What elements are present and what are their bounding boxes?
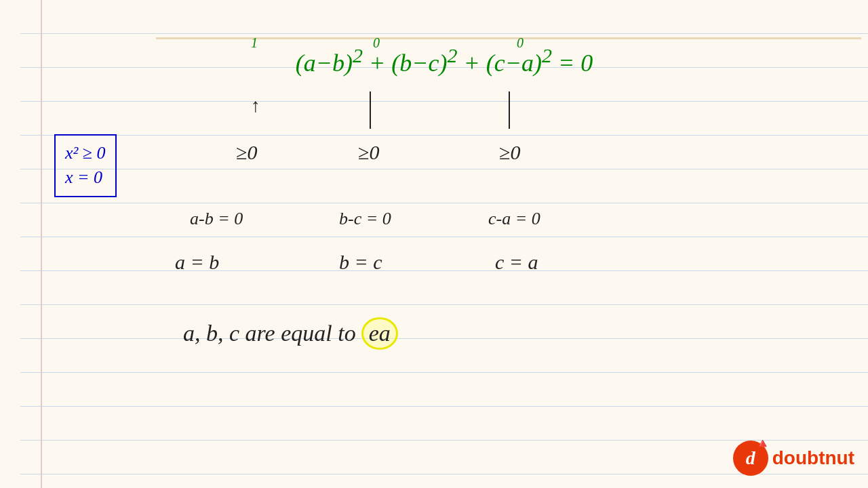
logo-arrow: 🔺 <box>754 435 771 451</box>
geq-label-3: ≥0 <box>499 141 520 164</box>
eq1-b: b-c = 0 <box>339 209 391 229</box>
logo-text: doubtnut <box>772 447 854 469</box>
vert-line-1 <box>370 92 371 129</box>
box-line2: x = 0 <box>65 165 106 190</box>
main-content: 1 0 0 (a−b)2 + (b−c)2 + (c−a)2 = 0 ↑ x² … <box>20 0 868 488</box>
doubtnut-logo: 🔺 doubtnut <box>733 441 854 476</box>
final-text: a, b, c are equal to <box>183 321 356 346</box>
arrow-up: ↑ <box>251 95 260 117</box>
eq1-c: c-a = 0 <box>488 209 540 229</box>
geq-label-1: ≥0 <box>236 141 257 164</box>
logo-icon: 🔺 <box>733 441 768 476</box>
geq-label-2: ≥0 <box>358 141 379 164</box>
eq2-a: a = b <box>175 251 219 274</box>
top-bar <box>156 37 861 39</box>
eq2-b: b = c <box>339 251 382 274</box>
final-highlight: ea <box>361 317 398 350</box>
eq2-c: c = a <box>495 251 538 274</box>
eq1-a: a-b = 0 <box>190 209 243 229</box>
box-line1: x² ≥ 0 <box>65 141 106 165</box>
vert-line-2 <box>509 92 510 129</box>
main-equation: (a−b)2 + (b−c)2 + (c−a)2 = 0 <box>20 44 868 77</box>
final-statement: a, b, c are equal to ea <box>183 317 398 350</box>
x-squared-box: x² ≥ 0 x = 0 <box>54 134 117 197</box>
